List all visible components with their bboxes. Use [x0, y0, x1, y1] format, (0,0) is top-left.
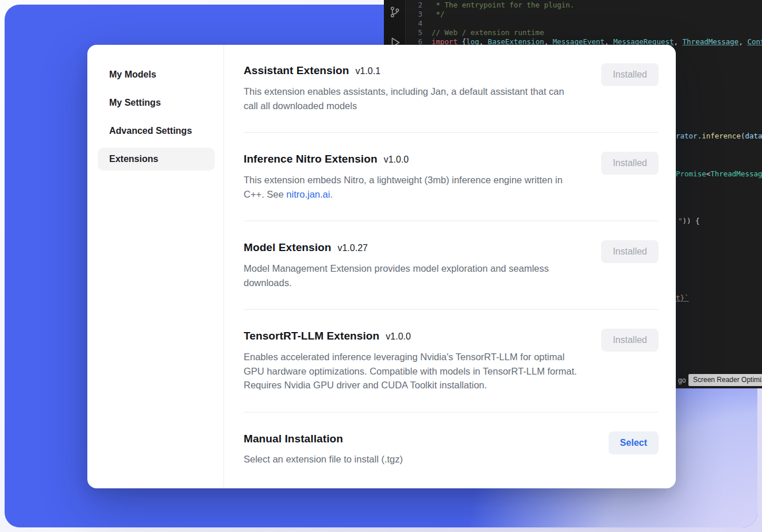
extension-title-line: Manual Installation — [244, 431, 403, 446]
code-line: 4 — [406, 19, 762, 28]
extension-version: v1.0.0 — [386, 329, 411, 344]
extension-version: v1.0.1 — [356, 64, 381, 79]
installed-button[interactable]: Installed — [601, 152, 659, 175]
extension-title-line: Assistant Extension v1.0.1 — [244, 63, 580, 79]
extension-description: Model Management Extension provides mode… — [244, 261, 580, 290]
source-control-icon[interactable] — [388, 6, 401, 21]
code-fragment: ")) { — [678, 217, 700, 226]
extension-info: TensortRT-LLM Extension v1.0.0 Enables a… — [244, 329, 580, 392]
installed-button[interactable]: Installed — [601, 63, 659, 86]
settings-sidebar: My Models My Settings Advanced Settings … — [87, 45, 224, 488]
extension-version: v1.0.0 — [384, 152, 409, 167]
extension-title-line: TensortRT-LLM Extension v1.0.0 — [244, 329, 580, 344]
code-fragment: t}` — [676, 294, 689, 303]
code-line: 3 */ — [406, 10, 762, 19]
manual-installation-row: Manual Installation Select an extension … — [244, 413, 659, 467]
code-line: 2 * The entrypoint for the plugin. — [406, 1, 762, 10]
sidebar-item-advanced-settings[interactable]: Advanced Settings — [98, 119, 215, 142]
installed-button[interactable]: Installed — [601, 329, 659, 352]
manual-installation-description: Select an extension file to install (.tg… — [244, 452, 403, 467]
extension-title: Inference Nitro Extension — [244, 152, 378, 167]
extension-title: Model Extension — [244, 240, 331, 255]
extension-title-line: Model Extension v1.0.27 — [244, 240, 580, 256]
code-fragment: Promise<ThreadMessage> — [676, 169, 762, 179]
sidebar-item-label: Advanced Settings — [109, 126, 192, 136]
page-background: 2 * The entrypoint for the plugin.3 */45… — [0, 0, 762, 532]
extension-info: Model Extension v1.0.27 Model Management… — [244, 240, 580, 290]
extension-row-inference-nitro: Inference Nitro Extension v1.0.0 This ex… — [244, 133, 659, 221]
sidebar-item-my-models[interactable]: My Models — [98, 63, 215, 86]
code-lines: 2 * The entrypoint for the plugin.3 */45… — [406, 1, 762, 47]
sidebar-item-label: My Models — [109, 70, 156, 80]
sidebar-item-my-settings[interactable]: My Settings — [98, 91, 215, 114]
settings-modal: My Models My Settings Advanced Settings … — [87, 45, 676, 488]
extension-info: Inference Nitro Extension v1.0.0 This ex… — [244, 152, 580, 201]
extension-title: Assistant Extension — [244, 63, 349, 78]
select-file-button[interactable]: Select — [609, 431, 659, 454]
extension-title: TensortRT-LLM Extension — [244, 329, 379, 344]
extension-description: This extension embeds Nitro, a lightweig… — [244, 173, 580, 201]
extensions-panel: Assistant Extension v1.0.1 This extensio… — [224, 45, 676, 488]
sidebar-item-label: Extensions — [109, 154, 158, 164]
statusbar-text: go — [678, 376, 686, 385]
extension-row-tensorrt-llm: TensortRT-LLM Extension v1.0.0 Enables a… — [244, 310, 659, 413]
extension-row-model: Model Extension v1.0.27 Model Management… — [244, 221, 659, 310]
extension-row-assistant: Assistant Extension v1.0.1 This extensio… — [244, 62, 659, 133]
sidebar-item-label: My Settings — [109, 98, 161, 108]
extension-version: v1.0.27 — [337, 241, 367, 256]
screen-reader-badge[interactable]: Screen Reader Optimize — [688, 374, 762, 386]
installed-button[interactable]: Installed — [601, 240, 659, 263]
extension-description: Enables accelerated inference leveraging… — [244, 350, 580, 392]
nitro-jan-ai-link[interactable]: nitro.jan.ai — [286, 189, 330, 199]
code-fragment: rator.inference(data)); — [676, 132, 762, 141]
extension-description: This extension enables assistants, inclu… — [244, 84, 580, 113]
extension-info: Manual Installation Select an extension … — [244, 431, 403, 467]
sidebar-item-extensions[interactable]: Extensions — [98, 148, 215, 171]
description-text: . — [330, 189, 333, 199]
code-line: 5// Web / extension runtime — [406, 28, 762, 37]
extension-info: Assistant Extension v1.0.1 This extensio… — [244, 63, 580, 113]
manual-installation-title: Manual Installation — [244, 431, 343, 446]
extension-title-line: Inference Nitro Extension v1.0.0 — [244, 152, 580, 167]
